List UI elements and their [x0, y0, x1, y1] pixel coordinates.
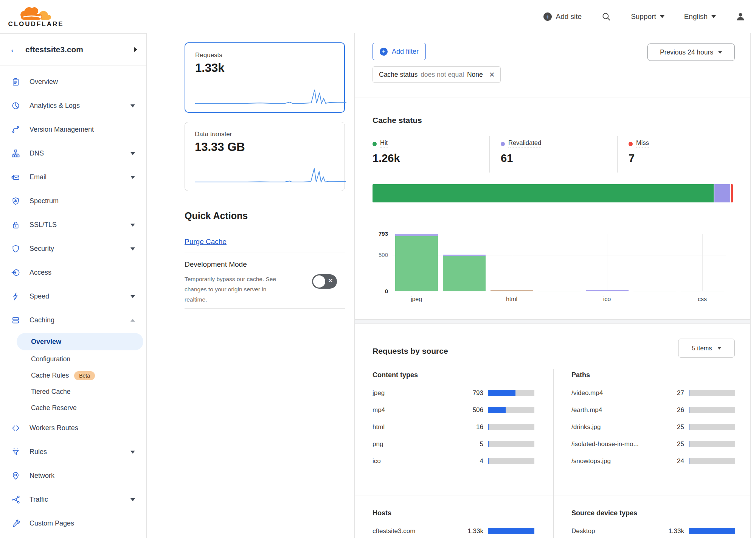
site-name: cftestsite3.com: [25, 45, 134, 54]
sidebar-item-network[interactable]: Network: [0, 464, 146, 488]
user-icon[interactable]: [736, 12, 745, 22]
sidebar-subitem-cache-rules[interactable]: Cache RulesBeta: [0, 367, 146, 384]
lock-icon: [11, 221, 21, 230]
cache-status-title: Cache status: [373, 116, 422, 125]
items-count-label: 5 items: [692, 345, 712, 352]
chart-segment-hit: [395, 236, 438, 291]
metrics-column: Requests 1.33k Data transfer 13.33 GB Qu…: [147, 33, 355, 538]
add-site-button[interactable]: + Add site: [543, 12, 582, 21]
sidebar-item-label: Workers Routes: [29, 424, 78, 432]
language-menu[interactable]: English: [684, 12, 716, 21]
row-value: 1.33k: [457, 527, 483, 535]
legend-value: 61: [501, 152, 541, 165]
row-label: html: [373, 423, 457, 431]
sidebar-item-dns[interactable]: DNS: [0, 141, 146, 165]
sidebar-subitem-tiered-cache[interactable]: Tiered Cache: [0, 384, 146, 400]
row-value: 16: [457, 423, 483, 431]
sidebar-subitem-overview[interactable]: Overview: [17, 333, 143, 350]
y-axis-tick: 793: [365, 230, 388, 237]
chart-segment-hit: [586, 291, 629, 292]
development-mode-toggle[interactable]: ✕: [312, 274, 337, 289]
paths-column: Paths/video.mp427/earth.mp426/drinks.jpg…: [571, 371, 735, 470]
stacked-segment-miss: [731, 184, 733, 202]
chevron-down-icon: [130, 152, 135, 155]
sidebar-item-access[interactable]: Access: [0, 261, 146, 285]
sidebar-item-version-management[interactable]: Version Management: [0, 118, 146, 141]
divider: [185, 308, 345, 309]
row-value: 25: [658, 423, 684, 431]
chart-segment-hit: [633, 291, 676, 292]
row-value: 5: [457, 440, 483, 448]
toggle-off-x-icon: ✕: [328, 277, 333, 284]
development-mode-description: Temporarily bypass our cache. See change…: [185, 274, 284, 305]
filter-value: None: [467, 71, 483, 79]
row-value: 27: [658, 389, 684, 397]
sidebar-item-caching[interactable]: Caching: [0, 308, 146, 332]
data-transfer-card-title: Data transfer: [195, 131, 345, 138]
sidebar-item-label: Speed: [29, 292, 49, 300]
quick-actions-title: Quick Actions: [185, 210, 248, 221]
shield-star-icon: [11, 197, 21, 206]
purge-cache-link[interactable]: Purge Cache: [185, 238, 227, 246]
content-type-row-html: html16: [373, 418, 534, 435]
content-type-header: Content types: [373, 371, 534, 379]
time-range-dropdown[interactable]: Previous 24 hours: [647, 44, 735, 61]
add-site-label: Add site: [556, 12, 582, 21]
chart-segment-revalidated: [395, 234, 438, 236]
path-row-isolated-house-in-mo: /isolated-house-in-mo...25: [571, 435, 735, 452]
row-label: /earth.mp4: [571, 406, 658, 414]
pin-icon: [11, 471, 21, 480]
sidebar-item-workers-routes[interactable]: Workers Routes: [0, 416, 146, 440]
support-menu[interactable]: Support: [631, 12, 664, 21]
sidebar-item-label: DNS: [29, 149, 44, 157]
sidebar-item-label: Caching: [29, 316, 54, 324]
sidebar-item-label: Overview: [29, 78, 58, 86]
requests-metric-card[interactable]: Requests 1.33k: [185, 42, 345, 113]
sidebar-item-email[interactable]: Email: [0, 165, 146, 189]
back-arrow-icon[interactable]: ←: [9, 44, 19, 54]
legend-miss-toggle[interactable]: Miss: [629, 139, 649, 148]
sidebar-item-speed[interactable]: Speed: [0, 285, 146, 308]
search-icon[interactable]: [601, 12, 611, 22]
chevron-down-icon: [130, 176, 135, 179]
remove-filter-icon[interactable]: ✕: [489, 70, 495, 79]
hosts-column: Hostscftestsite3.com1.33k: [373, 509, 534, 538]
chart-segment-hit: [443, 256, 486, 291]
add-filter-button[interactable]: + Add filter: [373, 43, 426, 60]
chevron-down-icon: [130, 104, 135, 107]
chevron-down-icon: [660, 15, 664, 18]
section-gap: [355, 319, 751, 324]
sidebar-item-spectrum[interactable]: Spectrum: [0, 189, 146, 213]
data-transfer-metric-card[interactable]: Data transfer 13.33 GB: [185, 122, 345, 191]
hit-dot-icon: [373, 142, 377, 146]
sidebar-item-custom-pages[interactable]: Custom Pages: [0, 512, 146, 535]
wrench-icon: [11, 519, 21, 528]
sidebar-subitem-cache-reserve[interactable]: Cache Reserve: [0, 400, 146, 416]
items-count-dropdown[interactable]: 5 items: [678, 339, 735, 358]
sidebar-item-traffic[interactable]: Traffic: [0, 488, 146, 512]
chevron-down-icon: [130, 247, 135, 250]
path-row-video-mp4: /video.mp427: [571, 384, 735, 401]
path-header: Paths: [571, 371, 735, 379]
row-progress-fill: [689, 390, 689, 396]
sidebar-item-security[interactable]: Security: [0, 237, 146, 261]
row-progress-bar: [488, 528, 534, 534]
sidebar-item-ssl-tls[interactable]: SSL/TLS: [0, 213, 146, 237]
row-progress-fill: [488, 528, 534, 534]
row-label: png: [373, 440, 457, 448]
chart-segment-hit: [681, 291, 724, 292]
content-type-row-jpeg: jpeg793: [373, 384, 534, 401]
legend-revalidated-toggle[interactable]: Revalidated: [501, 139, 541, 148]
sidebar-item-analytics-logs[interactable]: Analytics & Logs: [0, 94, 146, 118]
requests-sparkline: [195, 86, 346, 105]
sidebar-subitem-configuration[interactable]: Configuration: [0, 351, 146, 367]
row-progress-bar: [689, 424, 735, 430]
sidebar-item-overview[interactable]: Overview: [0, 70, 146, 94]
sidebar-item-label: Spectrum: [29, 197, 59, 205]
legend-hit-toggle[interactable]: Hit: [373, 139, 400, 148]
legend-label: Revalidated: [508, 139, 541, 148]
funnel-icon: [11, 448, 21, 457]
site-switcher-caret-icon[interactable]: [134, 47, 137, 52]
data-transfer-sparkline: [195, 165, 346, 184]
sidebar-item-rules[interactable]: Rules: [0, 440, 146, 464]
